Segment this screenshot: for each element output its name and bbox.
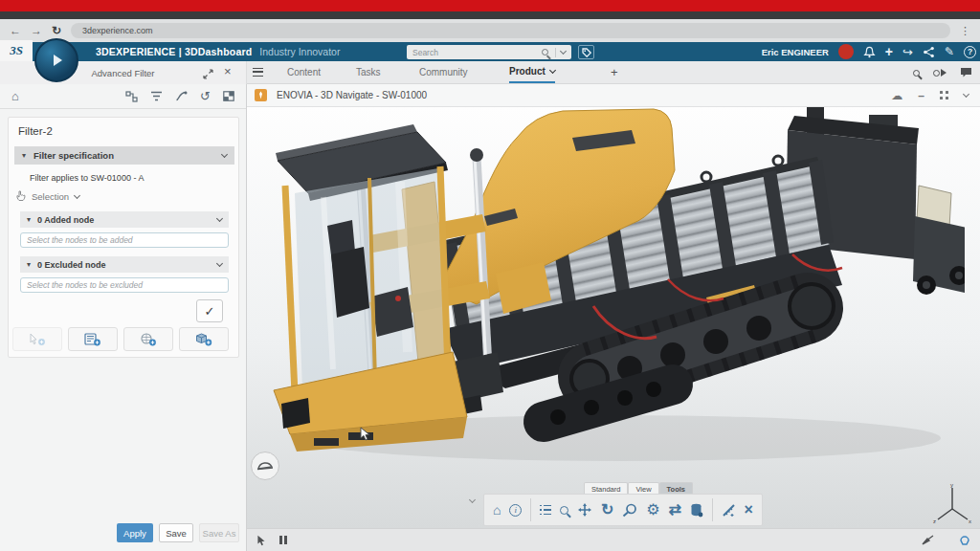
add-geometry-button[interactable] [123, 327, 173, 351]
mouse-cursor [360, 427, 370, 441]
share-icon[interactable]: ↪ [902, 45, 913, 59]
minimize-icon[interactable]: – [918, 89, 924, 102]
browser-reload-icon[interactable]: ↻ [52, 25, 61, 36]
filter-display-icon[interactable] [150, 91, 163, 101]
save-button[interactable]: Save [159, 523, 193, 542]
pause-icon[interactable] [279, 536, 287, 544]
3dexperience-compass-icon[interactable] [34, 38, 78, 82]
added-node-input[interactable] [20, 232, 229, 248]
tab-product-chevron-icon[interactable] [549, 67, 556, 74]
tab-tasks[interactable]: Tasks [356, 61, 381, 83]
tab-product[interactable]: Product [509, 61, 555, 83]
widget-menu-chevron-icon[interactable] [963, 91, 969, 98]
panel-layout-icon[interactable] [223, 91, 234, 101]
panel-close-icon[interactable]: × [224, 64, 232, 78]
undo-icon[interactable]: ↺ [200, 89, 211, 103]
viewer-header: ENOVIA - 3D Navigate - SW-01000 ☁ – [247, 84, 980, 107]
advanced-filter-panel: ⌂ ↺ Filter-2 ▾ Filter [0, 84, 247, 551]
viewer-title: ENOVIA - 3D Navigate - SW-01000 [277, 90, 427, 100]
tabs-menu-icon[interactable] [253, 68, 263, 77]
home-view-icon[interactable]: ⌂ [493, 503, 501, 517]
pan-icon[interactable] [577, 502, 592, 518]
find-icon[interactable] [913, 70, 920, 77]
pin-dart-icon[interactable] [922, 535, 934, 545]
touch-gesture-icon[interactable] [959, 535, 970, 546]
add-content-icon[interactable]: + [885, 44, 893, 59]
validate-selection-button[interactable]: ✓ [196, 299, 223, 322]
address-bar[interactable]: 3dexperience.com [71, 23, 950, 38]
section-triangle-icon[interactable]: ▾ [27, 260, 31, 269]
address-url: 3dexperience.com [82, 26, 153, 35]
dashboard-tab-row: Advanced Filter × Content Tasks Communit… [0, 61, 980, 84]
chat-icon[interactable] [960, 67, 972, 78]
section-chevron-icon[interactable] [216, 215, 223, 222]
search-icon[interactable] [542, 49, 548, 55]
filter-specification-header[interactable]: ▾ Filter specification [14, 146, 234, 165]
render-style-icon[interactable]: ⚙ [646, 502, 659, 518]
selection-chevron-icon[interactable] [74, 191, 80, 198]
svg-text:x: x [969, 518, 971, 524]
add-product-button[interactable] [179, 327, 229, 351]
section-chevron-icon[interactable] [221, 151, 228, 158]
user-avatar[interactable] [838, 44, 854, 59]
database-icon[interactable] [690, 503, 703, 518]
select-mode-icon[interactable] [256, 535, 266, 546]
enovia-app-icon [255, 89, 267, 101]
browser-menu-icon[interactable]: ⋮ [960, 25, 970, 37]
filter-applies-to: Filter applies to SW-01000 - A [30, 173, 144, 183]
close-toolbar-icon[interactable]: × [745, 502, 753, 518]
excluded-node-input[interactable] [20, 277, 229, 293]
3ds-logo: 3S [0, 40, 33, 61]
add-from-selection-button[interactable] [12, 327, 62, 351]
excluded-node-header[interactable]: ▾ 0 Excluded node [20, 256, 229, 273]
added-node-header[interactable]: ▾ 0 Added node [20, 211, 229, 228]
screen: ← → ↻ 3dexperience.com ⋮ 3DEXPERIENCE | … [0, 0, 980, 551]
expand-widget-icon[interactable] [940, 91, 948, 99]
tab-content[interactable]: Content [287, 61, 321, 83]
zoom-area-icon[interactable] [622, 503, 637, 518]
browser-back-icon[interactable]: ← [10, 25, 21, 36]
save-as-button[interactable]: Save As [199, 523, 239, 542]
recording-border [0, 0, 980, 11]
share-network-icon[interactable] [923, 46, 935, 58]
navigation-mode-button[interactable] [251, 452, 279, 480]
tab-community[interactable]: Community [419, 61, 468, 83]
filter-card: Filter-2 ▾ Filter specification Filter a… [8, 117, 239, 358]
tag-icon[interactable] [578, 45, 594, 59]
rotate-icon[interactable]: ↻ [601, 502, 613, 518]
pointer-hand-icon [16, 190, 26, 202]
panel-expand-icon[interactable] [203, 66, 213, 83]
user-name[interactable]: Eric ENGINEER [762, 47, 829, 57]
browser-forward-icon[interactable]: → [31, 25, 42, 36]
svg-text:y: y [950, 482, 953, 488]
platform-search[interactable] [407, 45, 571, 59]
add-tab-icon[interactable]: + [611, 65, 618, 79]
3d-canvas[interactable]: Standard View Tools ⌂ i ↻ ⚙ ⇄ [247, 107, 980, 528]
measure-icon[interactable] [722, 503, 736, 518]
section-triangle-icon[interactable]: ▾ [22, 151, 26, 160]
pen-tools-icon[interactable]: ✎ [945, 45, 954, 58]
structure-add-icon[interactable] [125, 91, 138, 102]
connection-path-icon[interactable] [175, 91, 188, 101]
help-icon[interactable]: ? [964, 46, 976, 58]
section-triangle-icon[interactable]: ▾ [27, 215, 31, 224]
media-conference-icon[interactable] [933, 69, 947, 77]
search-input[interactable] [407, 48, 542, 57]
viewer-toolbar: ⌂ i ↻ ⚙ ⇄ × [483, 494, 763, 526]
home-icon[interactable]: ⌂ [11, 89, 19, 103]
search-options-chevron-icon[interactable] [560, 48, 567, 55]
update-sync-icon[interactable]: ⇄ [668, 502, 680, 518]
section-chevron-icon[interactable] [216, 260, 223, 267]
platform-top-bar: 3DEXPERIENCE | 3DDashboard Industry Inno… [0, 42, 980, 61]
machine-3d-model[interactable] [256, 107, 965, 465]
browser-tab-strip [0, 11, 980, 19]
selection-dropdown[interactable]: Selection [16, 190, 79, 202]
apply-button[interactable]: Apply [117, 523, 153, 542]
toolbar-collapse-chevron-icon[interactable] [469, 496, 476, 503]
model-tree-icon[interactable] [540, 505, 551, 516]
notifications-bell-icon[interactable] [863, 46, 876, 58]
info-icon[interactable]: i [509, 504, 522, 517]
zoom-icon[interactable] [560, 506, 568, 515]
viewer-status-bar [247, 528, 980, 551]
add-from-list-button[interactable] [68, 327, 118, 351]
